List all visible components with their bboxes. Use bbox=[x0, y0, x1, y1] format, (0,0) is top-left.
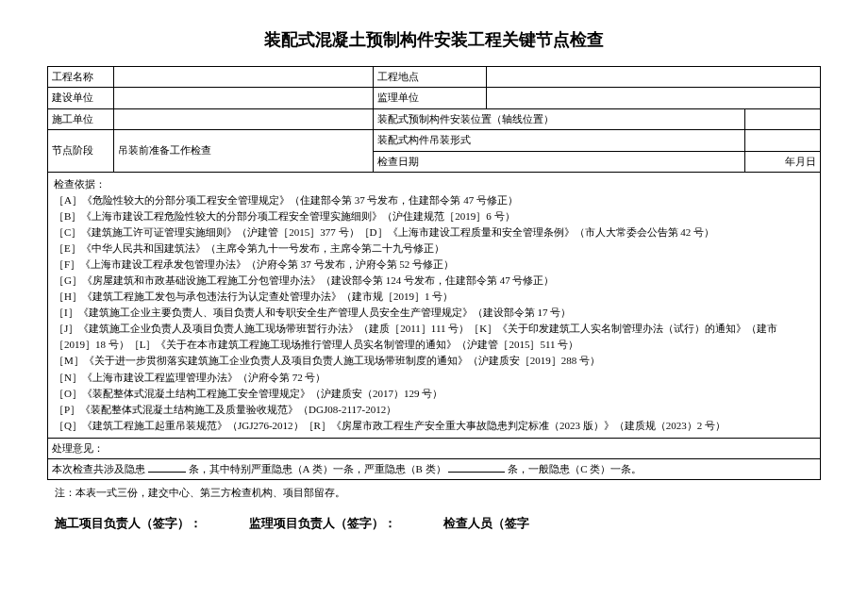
summary-mid: 条，其中特别严重隐患（A 类）一条，严重隐患（B 类） bbox=[189, 463, 446, 474]
value-build-unit[interactable] bbox=[114, 88, 374, 108]
label-build-unit: 建设单位 bbox=[48, 88, 114, 108]
value-check-date[interactable]: 年月日 bbox=[745, 151, 821, 172]
value-project-location[interactable] bbox=[486, 67, 821, 88]
basis-item: ［G］《房屋建筑和市政基础设施工程施工分包管理办法》（建设部令第 124 号发布… bbox=[54, 274, 554, 286]
label-install-pos: 装配式预制构件安装位置（轴线位置） bbox=[373, 108, 745, 129]
basis-item: ［B］《上海市建设工程危险性较大的分部分项工程安全管理实施细则》（沪住建规范［2… bbox=[54, 210, 515, 222]
summary-row: 本次检查共涉及隐患 条，其中特别严重隐患（A 类）一条，严重隐患（B 类） 条，… bbox=[48, 459, 821, 480]
footnote: 注：本表一式三份，建交中心、第三方检查机构、项目部留存。 bbox=[47, 486, 821, 500]
value-hoist-form[interactable] bbox=[745, 130, 821, 151]
sign-supervisor[interactable]: 监理项目负责人（签字）： bbox=[249, 515, 396, 532]
basis-item: ［O］《装配整体式混凝土结构工程施工安全管理规定》（沪建质安（2017）129 … bbox=[54, 388, 442, 399]
page-title: 装配式混凝土预制构件安装工程关键节点检查 bbox=[47, 28, 821, 51]
basis-item: ［Q］《建筑工程施工起重吊装规范》（JGJ276-2012）［R］《房屋市政工程… bbox=[54, 420, 726, 431]
value-install-pos[interactable] bbox=[745, 108, 821, 129]
label-hoist-form: 装配式构件吊装形式 bbox=[373, 130, 745, 151]
basis-item: ［F］《上海市建设工程承发包管理办法》（沪府令第 37 号发布，沪府令第 52 … bbox=[54, 258, 454, 270]
sign-inspector[interactable]: 检查人员（签字 bbox=[443, 515, 529, 532]
inspection-basis: 检查依据： ［A］《危险性较大的分部分项工程安全管理规定》（住建部令第 37 号… bbox=[48, 172, 821, 438]
basis-item: ［A］《危险性较大的分部分项工程安全管理规定》（住建部令第 37 号发布，住建部… bbox=[54, 194, 518, 206]
basis-item: ［H］《建筑工程施工发包与承包违法行为认定查处管理办法》（建市规［2019］1 … bbox=[54, 290, 453, 302]
opinion-label: 处理意见： bbox=[48, 438, 821, 458]
label-construct-unit: 施工单位 bbox=[48, 108, 114, 129]
basis-item: ［E］《中华人民共和国建筑法》（主席令第九十一号发布，主席令第二十九号修正） bbox=[54, 242, 444, 254]
value-stage: 吊装前准备工作检查 bbox=[114, 130, 374, 173]
summary-blank-b[interactable] bbox=[448, 472, 505, 473]
label-supervise-unit: 监理单位 bbox=[373, 88, 486, 108]
summary-blank-total[interactable] bbox=[148, 472, 186, 473]
basis-item: ［J］《建筑施工企业负责人及项目负责人施工现场带班暂行办法》（建质［2011］1… bbox=[54, 323, 777, 350]
label-check-date: 检查日期 bbox=[373, 151, 745, 172]
basis-item: ［N］《上海市建设工程监理管理办法》（沪府令第 72 号） bbox=[54, 372, 326, 383]
basis-item: ［P］《装配整体式混凝土结构施工及质量验收规范》（DGJ08-2117-2012… bbox=[54, 404, 396, 415]
summary-tail: 条，一般隐患（C 类）一条。 bbox=[508, 463, 642, 474]
value-project-name[interactable] bbox=[114, 67, 374, 88]
summary-prefix: 本次检查共涉及隐患 bbox=[52, 463, 145, 474]
basis-item: ［I］《建筑施工企业主要负责人、项目负责人和专职安全生产管理人员安全生产管理规定… bbox=[54, 307, 571, 318]
inspection-form: 工程名称 工程地点 建设单位 监理单位 施工单位 装配式预制构件安装位置（轴线位… bbox=[47, 66, 821, 480]
label-project-name: 工程名称 bbox=[48, 67, 114, 88]
sign-constructor[interactable]: 施工项目负责人（签字）： bbox=[55, 515, 202, 532]
label-stage: 节点阶段 bbox=[48, 130, 114, 173]
basis-label: 检查依据： bbox=[54, 178, 106, 190]
label-project-location: 工程地点 bbox=[373, 67, 486, 88]
basis-item: ［C］《建筑施工许可证管理实施细则》（沪建管［2015］377 号）［D］《上海… bbox=[54, 226, 714, 238]
signature-row: 施工项目负责人（签字）： 监理项目负责人（签字）： 检查人员（签字 bbox=[47, 515, 821, 532]
basis-item: ［M］《关于进一步贯彻落实建筑施工企业负责人及项目负责人施工现场带班制度的通知》… bbox=[54, 355, 600, 366]
value-supervise-unit[interactable] bbox=[486, 88, 821, 108]
value-construct-unit[interactable] bbox=[114, 108, 374, 129]
